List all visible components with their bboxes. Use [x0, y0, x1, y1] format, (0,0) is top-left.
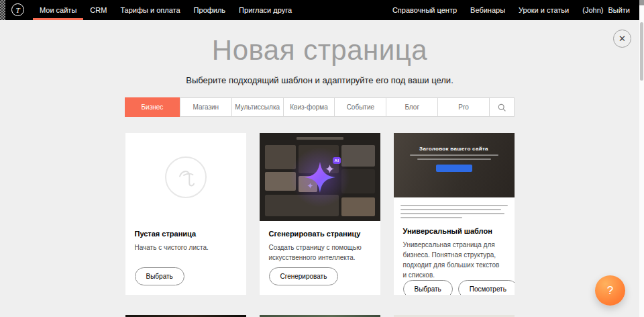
scrollbar[interactable]	[639, 0, 644, 317]
ai-badge: AI	[333, 157, 341, 164]
search-icon	[497, 103, 506, 112]
text-placeholder-line	[417, 158, 491, 160]
topbar: T Мои сайты CRM Тарифы и оплата Профиль …	[0, 0, 639, 20]
card-universal-template: Заголовок вашего сайта Универсальный шаб…	[394, 133, 515, 295]
logout-link[interactable]: Выйти	[605, 6, 633, 14]
main-nav: Мои сайты CRM Тарифы и оплата Профиль Пр…	[33, 0, 299, 20]
nav-item-invite-friend[interactable]: Пригласи друга	[232, 0, 299, 20]
generate-preview[interactable]: AI	[260, 133, 380, 221]
close-button[interactable]: ✕	[613, 30, 631, 48]
tab-blog[interactable]: Блог	[386, 98, 437, 116]
card-actions: Сгенерировать	[269, 267, 371, 285]
nav-item-webinars[interactable]: Вебинары	[464, 0, 512, 20]
blank-page-logo-circle	[165, 156, 207, 198]
scrollbar-thumb[interactable]	[640, 22, 643, 81]
tilda-mark-icon	[174, 165, 198, 189]
card-body: Универсальный шаблон Универсальная стран…	[394, 218, 515, 295]
text-placeholder-line	[410, 154, 498, 156]
card-title: Сгенерировать страницу	[269, 230, 371, 238]
preview-heading: Заголовок вашего сайта	[419, 146, 488, 152]
nav-item-crm[interactable]: CRM	[83, 0, 113, 20]
card-blank-page: Пустая страница Начать с чистого листа. …	[125, 133, 246, 295]
card-generate-page: AI Сгенерировать страницу Создать страни…	[260, 133, 380, 295]
scrollbar-cap	[639, 0, 644, 5]
tab-business[interactable]: Бизнес	[125, 97, 180, 117]
universal-preview[interactable]: Заголовок вашего сайта	[394, 133, 515, 218]
card-description: Создать страницу с помощью искусственног…	[269, 242, 371, 263]
new-page-dialog: ✕ Новая страница Выберите подходящий шаб…	[0, 20, 639, 317]
card-title: Универсальный шаблон	[403, 227, 505, 235]
page-title: Новая страница	[0, 36, 639, 64]
text-placeholder-line	[400, 209, 501, 211]
card-actions: Выбрать Посмотреть	[403, 280, 505, 295]
card-body: Сгенерировать страницу Создать страницу …	[260, 221, 380, 295]
text-placeholder-line	[400, 205, 508, 207]
tab-quiz-form[interactable]: Квиз-форма	[283, 98, 335, 116]
tab-multilink[interactable]: Мультиссылка	[231, 98, 283, 116]
nav-item-lessons[interactable]: Уроки и статьи	[512, 0, 576, 20]
text-placeholder-line	[400, 213, 504, 215]
tab-pro[interactable]: Pro	[437, 98, 489, 116]
choose-blank-button[interactable]: Выбрать	[135, 267, 184, 285]
choose-universal-button[interactable]: Выбрать	[403, 280, 453, 295]
view-universal-button[interactable]: Посмотреть	[458, 280, 515, 295]
ai-star-icon	[303, 161, 337, 194]
tilda-logo[interactable]: T	[11, 3, 24, 16]
card-body: Пустая страница Начать с чистого листа. …	[125, 221, 246, 295]
universal-preview-hero: Заголовок вашего сайта	[394, 133, 515, 197]
user-group: (John) Выйти	[576, 0, 633, 20]
collage-block	[297, 137, 343, 140]
edge-texture	[0, 0, 5, 20]
tab-event[interactable]: Событие	[334, 98, 386, 116]
topbar-right-nav: Справочный центр Вебинары Уроки и статьи…	[386, 0, 639, 20]
card-description: Начать с чистого листа.	[135, 242, 237, 253]
preview-cta-button	[436, 165, 472, 172]
nav-item-profile[interactable]: Профиль	[187, 0, 233, 20]
question-mark-icon: ?	[607, 284, 613, 298]
card-actions: Выбрать	[135, 267, 237, 285]
card-title: Пустая страница	[135, 230, 237, 238]
universal-preview-text-section	[394, 197, 515, 218]
template-cards: Пустая страница Начать с чистого листа. …	[125, 133, 515, 295]
tilda-logo-letter: T	[15, 6, 19, 14]
generate-button[interactable]: Сгенерировать	[269, 267, 339, 285]
nav-item-tariffs[interactable]: Тарифы и оплата	[113, 0, 186, 20]
tab-shop[interactable]: Магазин	[180, 98, 231, 116]
blank-page-preview[interactable]	[125, 133, 246, 221]
user-name: (John)	[576, 6, 605, 14]
card-description: Универсальная страница для бизнеса. Поня…	[403, 240, 505, 280]
help-button[interactable]: ?	[595, 275, 625, 306]
nav-item-my-sites[interactable]: Мои сайты	[33, 0, 83, 20]
page-subtitle: Выберите подходящий шаблон и адаптируйте…	[0, 75, 639, 85]
nav-item-help-center[interactable]: Справочный центр	[386, 0, 464, 20]
close-icon: ✕	[619, 34, 626, 43]
tab-search[interactable]	[489, 98, 514, 116]
template-category-tabs: Бизнес Магазин Мультиссылка Квиз-форма С…	[125, 97, 515, 117]
